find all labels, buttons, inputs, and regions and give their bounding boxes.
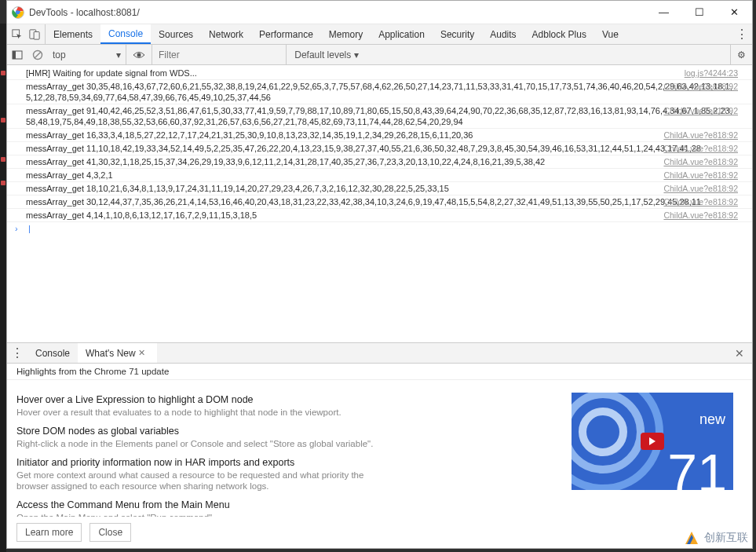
promo-video[interactable]: new 71 bbox=[572, 393, 733, 490]
svg-rect-6 bbox=[13, 51, 16, 59]
maximize-button[interactable]: ☐ bbox=[681, 1, 717, 24]
tab-audits[interactable]: Audits bbox=[482, 24, 524, 44]
log-source-link[interactable]: ChildA.vue?e818:92 bbox=[663, 156, 738, 167]
svg-rect-4 bbox=[34, 31, 39, 39]
release-note-description: Right-click a node in the Elements panel… bbox=[16, 438, 378, 449]
drawer-tabs: ⋮ Console What's New ✕ ✕ bbox=[7, 343, 752, 364]
context-selector[interactable]: top ▾ bbox=[48, 45, 126, 64]
inspect-icon[interactable] bbox=[12, 29, 23, 40]
log-entry: messArray_get 11,10,18,42,19,33,34,52,14… bbox=[7, 142, 752, 155]
tab-console[interactable]: Console bbox=[100, 24, 151, 44]
chevron-down-icon: ▾ bbox=[116, 49, 121, 60]
tab-security[interactable]: Security bbox=[433, 24, 482, 44]
devtools-window: DevTools - localhost:8081/ — ☐ ✕ Element… bbox=[6, 0, 753, 549]
editor-left-strip bbox=[0, 24, 6, 552]
device-icon[interactable] bbox=[29, 29, 40, 40]
log-source-link[interactable]: ChildA.vue?e818:92 bbox=[663, 210, 738, 221]
promo-label: new bbox=[699, 411, 725, 428]
log-entry: [HMR] Waiting for update signal from WDS… bbox=[7, 67, 752, 80]
drawer-subtitle: Highlights from the Chrome 71 update bbox=[7, 364, 752, 380]
log-source-link[interactable]: ChildA.vue?e818:92 bbox=[663, 183, 738, 194]
drawer-close-button[interactable]: Close bbox=[89, 523, 131, 542]
console-toolbar: top ▾ Default levels ▾ ⚙ bbox=[7, 45, 752, 65]
release-note-heading: Access the Command Menu from the Main Me… bbox=[16, 499, 743, 510]
release-note-description: Hover over a result that evaluates to a … bbox=[16, 407, 378, 418]
drawer: ⋮ Console What's New ✕ ✕ Highlights from… bbox=[7, 342, 752, 548]
log-source-link[interactable]: ChildA.vue?e818:92 bbox=[663, 196, 738, 207]
tab-vue[interactable]: Vue bbox=[594, 24, 626, 44]
filter-input[interactable] bbox=[152, 45, 286, 64]
watermark-icon bbox=[682, 528, 701, 547]
drawer-tab-console[interactable]: Console bbox=[27, 343, 78, 363]
console-output: [HMR] Waiting for update signal from WDS… bbox=[7, 65, 752, 342]
settings-icon[interactable]: ⚙ bbox=[730, 45, 752, 64]
close-tab-icon[interactable]: ✕ bbox=[138, 348, 149, 358]
log-entry: messArray_get 30,12,44,37,7,35,36,26,21,… bbox=[7, 196, 752, 209]
tab-memory[interactable]: Memory bbox=[321, 24, 371, 44]
promo-version: 71 bbox=[667, 446, 727, 490]
release-note-description: Open the Main Menu and select "Run comma… bbox=[16, 512, 378, 517]
drawer-content: Hover over a Live Expression to highligh… bbox=[7, 380, 752, 517]
log-entry: messArray_get 41,30,32,1,18,25,15,37,34,… bbox=[7, 155, 752, 169]
tab-adblock-plus[interactable]: Adblock Plus bbox=[524, 24, 594, 44]
clear-console-icon[interactable] bbox=[27, 49, 48, 60]
tab-performance[interactable]: Performance bbox=[251, 24, 321, 44]
drawer-tab-whatsnew[interactable]: What's New ✕ bbox=[78, 343, 157, 363]
log-entry: messArray_get 4,14,1,10,8,6,13,12,17,16,… bbox=[7, 209, 752, 222]
minimize-button[interactable]: — bbox=[646, 1, 681, 24]
log-entry: messArray_get 16,33,3,4,18,5,27,22,12,7,… bbox=[7, 129, 752, 142]
close-button[interactable]: ✕ bbox=[717, 1, 752, 24]
titlebar: DevTools - localhost:8081/ — ☐ ✕ bbox=[7, 1, 752, 24]
window-title: DevTools - localhost:8081/ bbox=[29, 7, 646, 18]
tab-network[interactable]: Network bbox=[201, 24, 251, 44]
learn-more-button[interactable]: Learn more bbox=[16, 523, 82, 542]
svg-point-9 bbox=[137, 53, 141, 57]
play-icon[interactable] bbox=[641, 433, 664, 450]
watermark: 创新互联 bbox=[682, 528, 748, 547]
tab-application[interactable]: Application bbox=[371, 24, 433, 44]
panel-tabs: ElementsConsoleSourcesNetworkPerformance… bbox=[7, 24, 752, 45]
tab-sources[interactable]: Sources bbox=[151, 24, 201, 44]
tab-elements[interactable]: Elements bbox=[46, 24, 100, 44]
log-source-link[interactable]: log.js?4244:23 bbox=[685, 68, 738, 79]
log-entry: messArray_get 18,10,21,6,34,8,1,13,9,17,… bbox=[7, 182, 752, 196]
svg-point-12 bbox=[583, 411, 623, 452]
log-entry: messArray_get 4,3,2,1ChildA.vue?e818:92 bbox=[7, 169, 752, 182]
release-note-description: Get more context around what caused a re… bbox=[16, 470, 378, 492]
log-entry: messArray_get 91,40,42,46,25,52,3,51,86,… bbox=[7, 104, 752, 129]
sidebar-toggle-icon[interactable] bbox=[7, 49, 27, 60]
log-source-link[interactable]: ChildA.vue?e818:92 bbox=[663, 170, 738, 181]
log-levels-selector[interactable]: Default levels ▾ bbox=[286, 45, 367, 64]
console-prompt[interactable]: | bbox=[7, 222, 752, 235]
more-icon[interactable]: ⋮ bbox=[732, 24, 752, 44]
drawer-close-icon[interactable]: ✕ bbox=[727, 347, 752, 360]
svg-line-8 bbox=[35, 52, 41, 58]
log-source-link[interactable]: ChildA.vue?e818:92 bbox=[663, 81, 738, 92]
log-source-link[interactable]: ChildA.vue?e818:92 bbox=[663, 105, 738, 116]
log-entry: messArray_get 30,35,48,16,43,67,72,60,6,… bbox=[7, 80, 752, 104]
chevron-down-icon: ▾ bbox=[354, 49, 359, 60]
chrome-icon bbox=[12, 6, 24, 19]
log-source-link[interactable]: ChildA.vue?e818:92 bbox=[663, 130, 738, 141]
log-source-link[interactable]: ChildA.vue?e818:92 bbox=[663, 143, 738, 154]
live-expression-icon[interactable] bbox=[126, 45, 152, 64]
drawer-more-icon[interactable]: ⋮ bbox=[7, 345, 27, 360]
